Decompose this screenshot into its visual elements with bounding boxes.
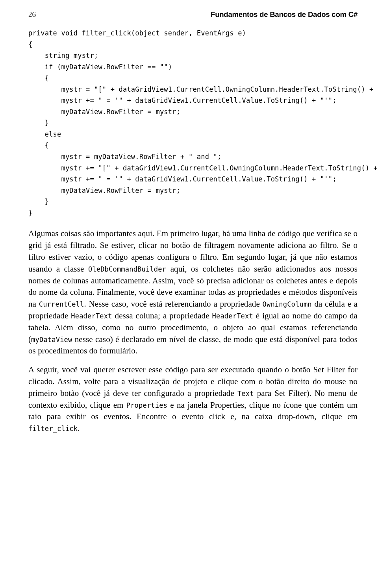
code-line: {	[28, 74, 49, 82]
code-line: {	[28, 141, 49, 149]
text-run: nesse caso) é declarado em nível de clas…	[28, 335, 358, 356]
code-block: private void filter_click(object sender,…	[28, 28, 358, 218]
inline-code: HeaderText	[71, 312, 112, 320]
code-line: mystr = myDataView.RowFilter + " and ";	[28, 153, 221, 161]
code-line: string mystr;	[28, 52, 98, 59]
body-paragraph-2: A seguir, você vai querer escrever esse …	[28, 364, 358, 435]
text-run: dessa coluna; a propriedade	[112, 311, 212, 320]
inline-code: OleDbCommandBuilder	[88, 265, 166, 273]
code-line: mystr += " = '" + dataGridView1.CurrentC…	[28, 96, 337, 104]
code-line: {	[28, 41, 32, 48]
inline-code: filter_click	[28, 425, 78, 433]
code-line: myDataView.RowFilter = mystr;	[28, 187, 180, 194]
code-line: myDataView.RowFilter = mystr;	[28, 108, 180, 116]
code-line: }	[28, 198, 49, 205]
code-line: private void filter_click(object sender,…	[28, 29, 246, 37]
code-line: if (myDataView.RowFilter == "")	[28, 63, 172, 71]
inline-code: Text	[237, 390, 254, 398]
body-paragraph-1: Algumas coisas são importantes aqui. Em …	[28, 228, 358, 357]
code-line: }	[28, 209, 32, 217]
text-run: .	[78, 423, 80, 433]
code-line: else	[28, 130, 61, 138]
inline-code: HeaderText	[212, 312, 253, 320]
page-number: 26	[28, 10, 36, 19]
code-line: mystr += "[" + dataGridView1.CurrentCell…	[28, 164, 378, 172]
text-run: . Nesse caso, você está referenciando a …	[84, 299, 263, 309]
code-line: }	[28, 119, 49, 127]
code-line: mystr = "[" + dataGridView1.CurrentCell.…	[28, 85, 378, 93]
running-head: Fundamentos de Bancos de Dados com C#	[211, 10, 358, 19]
page-header: 26 Fundamentos de Bancos de Dados com C#	[28, 10, 358, 19]
code-line: mystr += " = '" + dataGridView1.CurrentC…	[28, 175, 337, 183]
inline-code: Properties	[126, 401, 167, 409]
inline-code: myDataView	[31, 336, 72, 344]
inline-code: CurrentCell	[39, 300, 84, 308]
inline-code: OwningColumn	[263, 300, 312, 308]
